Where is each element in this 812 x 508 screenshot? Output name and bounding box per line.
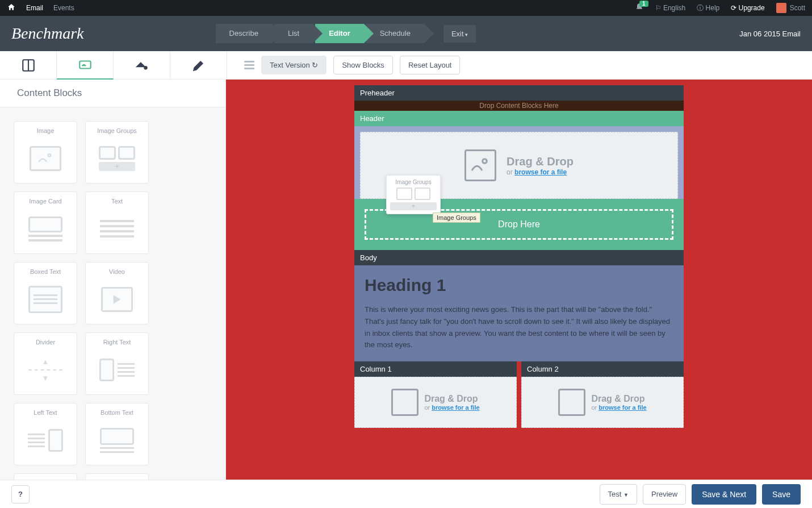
footer-bar: ? Test ▼ Preview Save & Next Save bbox=[0, 480, 812, 508]
body-heading[interactable]: Heading 1 bbox=[365, 276, 673, 295]
flag-icon: ⚐ bbox=[655, 4, 663, 12]
upgrade-link[interactable]: ⟳ Upgrade bbox=[731, 4, 764, 12]
block-button[interactable]: Button bbox=[14, 473, 77, 480]
image-placeholder-icon bbox=[464, 149, 496, 181]
column-2[interactable]: Column 2 Drag & Dropor browse for a file bbox=[521, 361, 684, 428]
preview-button[interactable]: Preview bbox=[643, 484, 686, 505]
tab-layout[interactable] bbox=[0, 51, 57, 80]
column-1[interactable]: Column 1 Drag & Dropor browse for a file bbox=[354, 361, 517, 428]
nav-email[interactable]: Email bbox=[26, 4, 43, 12]
help-link[interactable]: ⓘ Help bbox=[697, 3, 719, 13]
logo: Benchmark bbox=[11, 24, 84, 43]
block-divider[interactable]: Divider▲▼ bbox=[14, 332, 77, 395]
body-paragraph[interactable]: This is where your most exciting news go… bbox=[365, 304, 673, 351]
block-boxed-text[interactable]: Boxed Text bbox=[14, 262, 77, 324]
notif-badge: 1 bbox=[639, 1, 648, 7]
home-icon[interactable] bbox=[7, 3, 16, 14]
tab-styles[interactable] bbox=[114, 51, 170, 80]
block-image[interactable]: Image bbox=[14, 121, 77, 184]
svg-point-4 bbox=[48, 153, 51, 156]
block-image-groups[interactable]: Image Groups+ bbox=[85, 121, 149, 184]
content-blocks-sidebar: Content Blocks Image Image Groups+ Image… bbox=[0, 80, 226, 480]
preheader-dropzone[interactable]: Drop Content Blocks Here bbox=[354, 101, 684, 111]
column-2-drop[interactable]: Drag & Dropor browse for a file bbox=[521, 377, 684, 428]
column-1-label: Column 1 bbox=[354, 361, 517, 377]
image-placeholder-icon bbox=[558, 389, 585, 416]
bell-icon[interactable]: 1 bbox=[635, 3, 644, 14]
block-bottom-text[interactable]: Bottom Text bbox=[85, 403, 149, 465]
active-dropzone[interactable]: Image Groups + Image Groups Drop Here bbox=[354, 199, 684, 250]
menu-icon[interactable] bbox=[244, 61, 254, 69]
wizard-steps: Describe List Editor Schedule Exit bbox=[216, 24, 476, 43]
save-button[interactable]: Save bbox=[762, 484, 801, 505]
step-describe[interactable]: Describe bbox=[216, 24, 272, 43]
column-2-label: Column 2 bbox=[521, 361, 684, 377]
exit-button[interactable]: Exit bbox=[443, 25, 476, 43]
drag-tooltip: Image Groups bbox=[433, 213, 480, 223]
chevron-down-icon: ▼ bbox=[623, 492, 629, 498]
info-icon: ⓘ bbox=[697, 4, 705, 12]
block-image-card[interactable]: Image Card bbox=[14, 191, 77, 254]
tab-blocks[interactable] bbox=[57, 51, 114, 80]
reset-layout-button[interactable]: Reset Layout bbox=[400, 56, 461, 74]
svg-point-3 bbox=[144, 66, 147, 69]
image-placeholder-icon bbox=[391, 389, 418, 416]
column-1-drop[interactable]: Drag & Dropor browse for a file bbox=[354, 377, 517, 428]
svg-point-5 bbox=[483, 159, 487, 164]
browse-file-link[interactable]: browse for a file bbox=[598, 404, 646, 411]
show-blocks-button[interactable]: Show Blocks bbox=[333, 56, 392, 74]
save-next-button[interactable]: Save & Next bbox=[692, 484, 756, 505]
block-video[interactable]: Video bbox=[85, 262, 149, 324]
block-social-follow[interactable]: Social Followtf+ bbox=[85, 473, 149, 480]
preheader-label: Preheader bbox=[354, 85, 684, 101]
power-icon: ⟳ bbox=[731, 4, 738, 12]
app-header: Benchmark Describe List Editor Schedule … bbox=[0, 16, 812, 51]
header-section-label: Header bbox=[354, 111, 684, 126]
step-schedule[interactable]: Schedule bbox=[366, 24, 424, 43]
avatar bbox=[776, 3, 786, 13]
block-text[interactable]: Text bbox=[85, 191, 149, 254]
sync-icon: ↻ bbox=[312, 61, 318, 69]
test-button[interactable]: Test ▼ bbox=[600, 484, 637, 505]
block-left-text[interactable]: Left Text bbox=[14, 403, 77, 465]
user-menu[interactable]: Scott bbox=[776, 3, 805, 13]
email-canvas[interactable]: Preheader Drop Content Blocks Here Heade… bbox=[226, 80, 812, 480]
language-link[interactable]: ⚐ English bbox=[655, 4, 686, 12]
block-right-text[interactable]: Right Text bbox=[85, 332, 149, 395]
sidebar-title: Content Blocks bbox=[0, 80, 225, 107]
body-section[interactable]: Heading 1 This is where your most exciti… bbox=[354, 265, 684, 361]
campaign-name: Jan 06 2015 Email bbox=[739, 30, 801, 38]
topbar: Email Events 1 ⚐ English ⓘ Help ⟳ Upgrad… bbox=[0, 0, 812, 16]
editor-subbar: Text Version ↻ Show Blocks Reset Layout bbox=[0, 51, 812, 80]
body-section-label: Body bbox=[354, 250, 684, 265]
drag-drop-label: Drag & Drop bbox=[507, 155, 574, 168]
drag-ghost-card: Image Groups + bbox=[386, 175, 441, 214]
tab-edit[interactable] bbox=[170, 51, 227, 80]
browse-file-link[interactable]: browse for a file bbox=[432, 404, 479, 411]
text-version-button[interactable]: Text Version ↻ bbox=[261, 56, 327, 74]
help-button[interactable]: ? bbox=[11, 485, 30, 503]
nav-events[interactable]: Events bbox=[53, 4, 74, 12]
browse-file-link[interactable]: browse for a file bbox=[514, 168, 567, 176]
